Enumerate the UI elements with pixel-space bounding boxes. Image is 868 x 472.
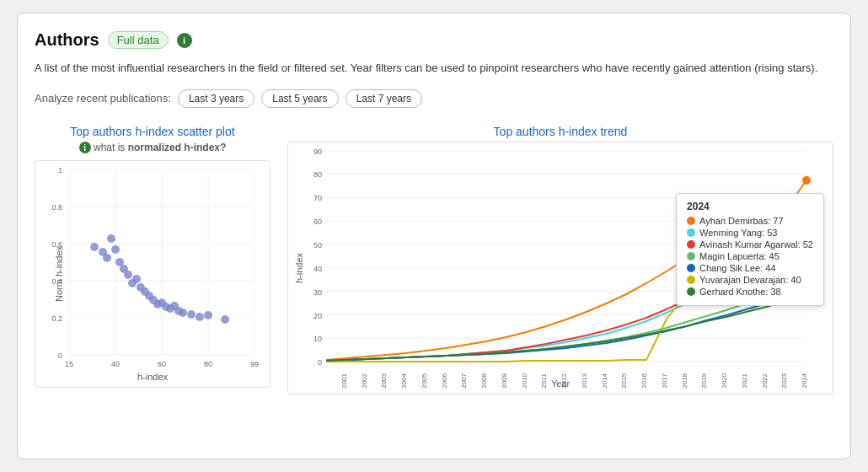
filter-btn-7years[interactable]: Last 7 years: [346, 89, 422, 108]
legend-label-2: Avinash Kumar Agarwal: 52: [699, 239, 813, 249]
svg-point-25: [111, 245, 120, 254]
full-data-badge: Full data: [108, 31, 169, 49]
svg-text:2014: 2014: [601, 373, 608, 388]
trend-chart: h-index Year 90 80 7: [287, 142, 833, 394]
svg-text:2013: 2013: [581, 373, 588, 388]
svg-text:2023: 2023: [780, 373, 788, 388]
svg-point-44: [196, 313, 204, 321]
legend-dot-0: [687, 217, 695, 225]
page-title: Authors: [35, 30, 99, 50]
info-icon[interactable]: i: [177, 33, 192, 48]
info-icon-small: i: [79, 142, 91, 153]
svg-point-46: [221, 315, 229, 324]
filters-label: Analyze recent publications:: [35, 92, 171, 105]
tooltip-row-6: Gerhard Knothe: 38: [687, 287, 813, 297]
trend-y-label: h-index: [294, 253, 304, 283]
svg-text:70: 70: [313, 194, 322, 202]
tooltip-row-0: Ayhan Demirbas: 77: [687, 216, 813, 226]
scatter-chart: Norm h-index h-index: [35, 160, 271, 388]
svg-text:80: 80: [204, 360, 212, 368]
scatter-x-label: h-index: [137, 372, 168, 382]
svg-text:2017: 2017: [661, 373, 668, 388]
svg-point-45: [204, 311, 212, 319]
svg-text:2005: 2005: [421, 373, 428, 388]
svg-text:2019: 2019: [700, 373, 708, 388]
svg-text:2003: 2003: [380, 373, 388, 388]
main-container: Authors Full data i A list of the most i…: [17, 13, 851, 459]
svg-text:20: 20: [313, 312, 322, 320]
svg-text:1: 1: [58, 166, 62, 174]
legend-label-4: Chang Sik Lee: 44: [699, 263, 776, 273]
legend-label-3: Magin Lapuerta: 45: [699, 251, 780, 261]
scatter-subtitle: i what is normalized h-index?: [35, 142, 271, 154]
tooltip-row-4: Chang Sik Lee: 44: [687, 263, 813, 273]
svg-text:2020: 2020: [721, 373, 728, 388]
svg-text:0: 0: [58, 351, 62, 360]
svg-text:2007: 2007: [460, 373, 468, 388]
legend-dot-1: [687, 228, 695, 237]
description-text: A list of the most influential researche…: [35, 60, 833, 78]
svg-text:2009: 2009: [501, 373, 508, 388]
filter-btn-5years[interactable]: Last 5 years: [261, 89, 338, 108]
svg-point-29: [124, 271, 132, 279]
svg-point-92: [802, 176, 811, 185]
trend-x-label: Year: [551, 378, 570, 389]
svg-text:2024: 2024: [801, 373, 808, 388]
svg-text:10: 10: [313, 335, 322, 343]
svg-text:60: 60: [313, 217, 322, 226]
legend-dot-2: [687, 240, 695, 249]
page-header: Authors Full data i: [35, 30, 833, 50]
svg-text:0.8: 0.8: [51, 203, 62, 212]
legend-dot-3: [687, 252, 695, 260]
trend-section: Top authors h-index trend h-index Year: [287, 125, 833, 394]
svg-text:2008: 2008: [480, 373, 488, 388]
filters-row: Analyze recent publications: Last 3 year…: [35, 89, 833, 108]
svg-text:2021: 2021: [741, 373, 748, 388]
svg-point-24: [107, 234, 115, 243]
svg-text:2004: 2004: [400, 373, 408, 388]
legend-label-1: Wenming Yang: 53: [699, 228, 777, 238]
svg-text:15: 15: [65, 360, 73, 368]
svg-text:60: 60: [158, 360, 166, 368]
svg-text:80: 80: [313, 170, 322, 179]
svg-text:2010: 2010: [521, 373, 528, 388]
svg-text:30: 30: [313, 288, 322, 297]
svg-point-31: [132, 275, 141, 283]
legend-label-5: Yuvarajan Devarajan: 40: [699, 275, 801, 285]
scatter-y-label: Norm h-index: [54, 246, 64, 302]
svg-text:2006: 2006: [441, 373, 448, 388]
svg-text:90: 90: [313, 148, 322, 156]
legend-label-6: Gerhard Knothe: 38: [699, 287, 781, 297]
scatter-title: Top authors h-index scatter plot: [35, 125, 271, 138]
tooltip-year: 2024: [687, 201, 813, 212]
svg-text:2018: 2018: [681, 373, 689, 388]
svg-text:2011: 2011: [540, 373, 548, 388]
svg-text:99: 99: [250, 360, 259, 368]
tooltip-row-5: Yuvarajan Devarajan: 40: [687, 275, 813, 285]
svg-text:50: 50: [313, 241, 322, 249]
tooltip-row-1: Wenming Yang: 53: [687, 228, 813, 238]
legend-dot-5: [687, 276, 695, 284]
svg-text:2001: 2001: [340, 373, 348, 388]
scatter-section: Top authors h-index scatter plot i what …: [35, 125, 271, 394]
tooltip-row-3: Magin Lapuerta: 45: [687, 251, 813, 261]
filter-btn-3years[interactable]: Last 3 years: [178, 89, 255, 108]
scatter-svg: 1 0.8 0.6 0.4 0.2 0 15 40 60 80 99: [69, 169, 255, 355]
svg-text:0: 0: [318, 358, 322, 367]
svg-text:2022: 2022: [761, 373, 769, 388]
svg-point-42: [179, 308, 187, 317]
svg-text:2002: 2002: [361, 373, 368, 388]
legend-dot-6: [687, 287, 695, 296]
svg-text:40: 40: [111, 360, 120, 368]
legend-label-0: Ayhan Demirbas: 77: [699, 216, 783, 226]
svg-text:2016: 2016: [640, 373, 648, 388]
svg-text:40: 40: [313, 265, 322, 273]
charts-row: Top authors h-index scatter plot i what …: [35, 125, 833, 394]
svg-point-22: [90, 243, 99, 251]
scatter-subtitle-text: what is normalized h-index?: [94, 142, 226, 153]
legend-dot-4: [687, 264, 695, 272]
tooltip-row-2: Avinash Kumar Agarwal: 52: [687, 239, 813, 249]
trend-tooltip: 2024 Ayhan Demirbas: 77 Wenming Yang: 53…: [676, 193, 824, 306]
trend-title: Top authors h-index trend: [287, 125, 833, 138]
svg-text:2015: 2015: [620, 373, 628, 388]
